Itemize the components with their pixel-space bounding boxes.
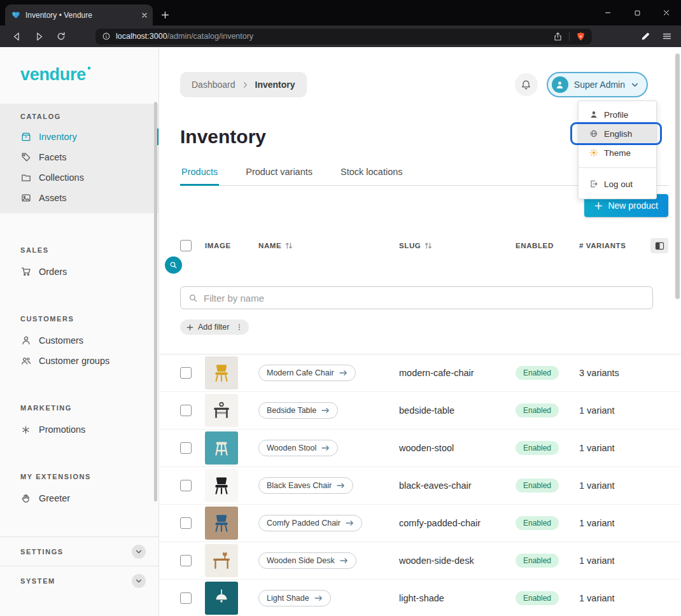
select-all-checkbox[interactable]: [180, 240, 192, 251]
chevron-down-icon[interactable]: [132, 574, 146, 588]
sidebar-scrollbar[interactable]: [154, 102, 157, 501]
product-image: [205, 469, 238, 502]
variant-count: 1 variant: [579, 443, 668, 453]
sidebar-section-settings[interactable]: SETTINGS: [0, 536, 158, 566]
menu-item-label: Theme: [604, 148, 631, 158]
browser-tab[interactable]: Inventory • Vendure: [5, 4, 153, 25]
status-badge: Enabled: [516, 441, 559, 455]
logout-icon: [589, 179, 599, 188]
product-image: [205, 394, 238, 427]
breadcrumb-dashboard[interactable]: Dashboard: [192, 80, 235, 90]
inventory-icon: [20, 132, 31, 142]
product-slug: bedside-table: [399, 405, 516, 416]
user-name: Super Admin: [574, 80, 625, 90]
add-filter-button[interactable]: Add filter: [180, 319, 249, 335]
sidebar-item-inventory[interactable]: Inventory: [0, 127, 158, 147]
sidebar-section-sales: SALES Orders: [0, 246, 158, 282]
sidebar-item-customers[interactable]: Customers: [0, 330, 158, 351]
window-maximize-button[interactable]: [622, 0, 652, 25]
new-tab-button[interactable]: [160, 4, 170, 25]
window-close-button[interactable]: [652, 0, 681, 25]
tab-products[interactable]: Products: [180, 167, 219, 185]
sidebar-item-label: Orders: [39, 267, 67, 277]
sidebar-section-marketing: MARKETING Promotions: [0, 404, 158, 440]
product-name-link[interactable]: Light Shade: [258, 590, 331, 606]
breadcrumb-inventory[interactable]: Inventory: [255, 80, 295, 90]
column-picker-button[interactable]: [650, 238, 668, 253]
table-search-toggle[interactable]: [165, 256, 182, 274]
row-checkbox[interactable]: [180, 405, 192, 416]
filter-bar: [180, 286, 653, 309]
forward-button[interactable]: [34, 31, 45, 42]
sidebar-item-assets[interactable]: Assets: [0, 188, 158, 208]
brave-shield-icon[interactable]: [576, 32, 586, 41]
product-name-link[interactable]: Wooden Side Desk: [258, 552, 356, 569]
row-checkbox[interactable]: [180, 517, 192, 529]
browser-menu-icon[interactable]: [662, 31, 672, 41]
person-icon: [20, 335, 31, 346]
page-scrollbar[interactable]: [675, 53, 680, 299]
row-checkbox[interactable]: [180, 592, 192, 604]
tab-product-variants[interactable]: Product variants: [244, 167, 314, 185]
chevron-down-icon[interactable]: [132, 545, 146, 559]
row-checkbox[interactable]: [180, 367, 192, 379]
reload-button[interactable]: [56, 31, 66, 42]
sidebar-item-greeter[interactable]: Greeter: [0, 488, 158, 508]
row-checkbox[interactable]: [180, 442, 192, 454]
product-name-link[interactable]: Bedside Table: [258, 402, 338, 419]
sidebar-item-promotions[interactable]: Promotions: [0, 419, 158, 440]
column-header-slug[interactable]: SLUG: [399, 242, 516, 249]
row-checkbox[interactable]: [180, 480, 192, 491]
row-checkbox[interactable]: [180, 555, 192, 566]
kebab-menu-icon[interactable]: [234, 323, 245, 331]
folder-icon: [20, 172, 31, 183]
product-name-link[interactable]: Modern Cafe Chair: [258, 365, 356, 381]
product-image: [205, 431, 238, 465]
notifications-button[interactable]: [515, 73, 538, 96]
menu-item-profile[interactable]: Profile: [579, 105, 656, 124]
product-name-link[interactable]: Comfy Padded Chair: [258, 515, 362, 531]
tab-stock-locations[interactable]: Stock locations: [339, 167, 404, 185]
product-name-link[interactable]: Black Eaves Chair: [258, 477, 353, 494]
product-name-link[interactable]: Wooden Stool: [258, 440, 338, 456]
sidebar-section-customers: CUSTOMERS Customers Customer groups: [0, 315, 158, 371]
status-badge: Enabled: [516, 516, 559, 530]
status-badge: Enabled: [516, 403, 559, 417]
sidebar-section-catalog: CATALOG Inventory Facets Collections: [0, 104, 158, 213]
share-icon[interactable]: [553, 32, 563, 41]
pencil-icon[interactable]: [640, 31, 650, 41]
sort-icon[interactable]: [424, 242, 433, 249]
site-info-icon[interactable]: [102, 32, 111, 41]
status-badge: Enabled: [516, 479, 559, 493]
globe-icon: [589, 129, 599, 138]
menu-item-language[interactable]: English: [579, 124, 656, 143]
menu-divider: [579, 167, 656, 168]
status-badge: Enabled: [516, 554, 559, 568]
arrow-right-icon: [337, 482, 345, 489]
address-bar[interactable]: localhost:3000/admin/catalog/inventory: [95, 29, 592, 45]
sort-icon[interactable]: [284, 242, 293, 249]
window-minimize-button[interactable]: [593, 0, 622, 25]
column-header-name[interactable]: NAME: [258, 242, 399, 249]
user-menu-button[interactable]: Super Admin: [547, 72, 648, 97]
filter-input[interactable]: [204, 293, 645, 304]
sidebar-item-customer-groups[interactable]: Customer groups: [0, 351, 158, 371]
menu-item-logout[interactable]: Log out: [579, 173, 656, 195]
sidebar-item-facets[interactable]: Facets: [0, 147, 158, 167]
product-slug: light-shade: [399, 593, 516, 603]
back-button[interactable]: [11, 31, 22, 42]
sidebar-item-orders[interactable]: Orders: [0, 262, 158, 282]
people-icon: [20, 356, 31, 366]
menu-item-label: English: [604, 129, 632, 139]
variant-count: 1 variant: [579, 593, 668, 603]
sidebar-item-label: Promotions: [39, 424, 85, 435]
image-icon: [20, 193, 31, 203]
tab-close-icon[interactable]: [141, 12, 148, 18]
menu-item-theme[interactable]: Theme: [579, 143, 656, 162]
status-badge: Enabled: [516, 591, 559, 605]
user-dropdown-menu: Profile English Theme Log out: [578, 101, 657, 199]
sidebar-item-label: Customers: [39, 335, 83, 346]
sidebar-section-system[interactable]: SYSTEM: [0, 566, 158, 595]
sidebar-item-collections[interactable]: Collections: [0, 167, 158, 188]
arrow-right-icon: [321, 445, 330, 451]
